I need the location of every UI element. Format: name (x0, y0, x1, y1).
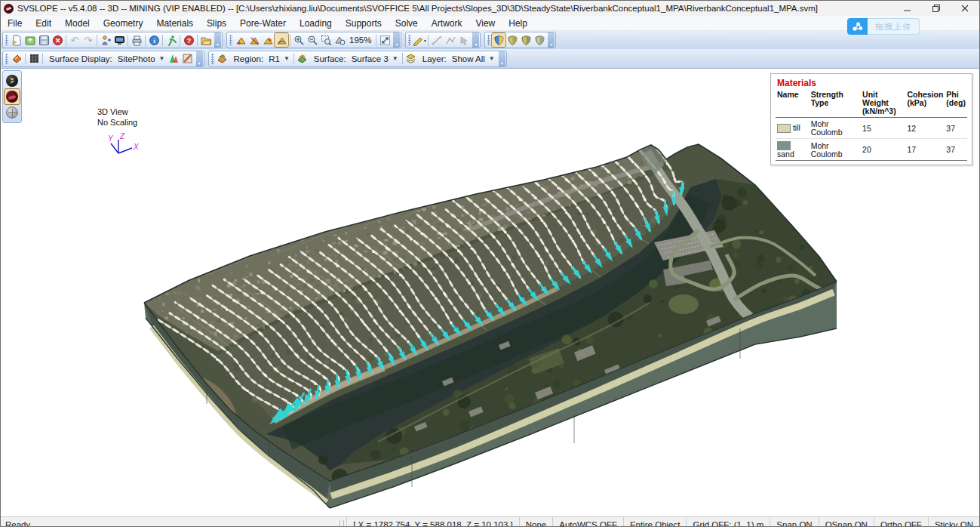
material-row-sand[interactable]: sand Mohr Coulomb 20 17 37 (776, 139, 967, 161)
netdisk-upload-overlay[interactable]: 拖拽上传 (847, 18, 920, 35)
contour-display-button[interactable] (181, 52, 195, 66)
menu-supports[interactable]: Supports (339, 16, 389, 30)
toolbar-options-button[interactable]: ▾ (499, 51, 505, 66)
surface-display-value: SitePhoto (118, 54, 155, 63)
toolbar-options-button[interactable]: ▾ (393, 32, 400, 48)
toolbar-grip[interactable] (408, 35, 411, 45)
layer-select[interactable]: Show All▼ (450, 52, 497, 66)
toolbar-grip[interactable] (229, 35, 232, 45)
toolbar-grip[interactable] (5, 35, 8, 45)
col-phi: Phi(deg) (945, 91, 967, 118)
material-fill-button[interactable] (10, 52, 23, 66)
status-coordinates: [ X = 1782.754, Y = 588.018, Z = 10.103 … (346, 517, 519, 527)
print-button[interactable] (130, 33, 143, 47)
toolbar-options-button[interactable]: ▾ (472, 32, 479, 48)
material-row-till[interactable]: till Mohr Coulomb 15 12 37 (776, 118, 967, 139)
region-label: Region: (234, 54, 264, 63)
help-button[interactable]: ? (182, 33, 195, 47)
layer-value: Show All (452, 54, 485, 63)
view-toolbar: 195% ▾ (226, 32, 401, 48)
menu-loading[interactable]: Loading (293, 16, 339, 30)
fit-view-button[interactable] (378, 33, 392, 47)
open-file-button[interactable] (23, 33, 37, 47)
undo-button[interactable]: ↶ (68, 33, 81, 47)
status-grid-toggle[interactable]: Grid OFF: (1, 1) m (686, 517, 770, 527)
menu-model[interactable]: Model (58, 16, 97, 30)
status-sticky-toggle[interactable]: Sticky ON (928, 517, 979, 527)
netdisk-logo-icon[interactable] (847, 18, 868, 35)
restore-button[interactable] (922, 1, 951, 16)
toolbar-grip[interactable] (487, 35, 490, 45)
slope-view-4-button[interactable] (275, 33, 288, 47)
rotate-tool-button[interactable] (5, 73, 20, 88)
menu-geometry[interactable]: Geometry (97, 16, 150, 30)
color-gradient-button[interactable] (167, 52, 181, 66)
layer-icon (404, 52, 418, 66)
draw-tool-button[interactable] (413, 33, 426, 47)
menu-help[interactable]: Help (502, 16, 534, 30)
surface-select[interactable]: Surface 3▼ (349, 52, 401, 66)
materials-table: Name Strength Type Unit Weight(kN/m^3) C… (776, 91, 967, 161)
drag-upload-button[interactable]: 拖拽上传 (868, 18, 920, 35)
draw-line-button[interactable] (430, 33, 444, 47)
slip-shield-2-button[interactable] (505, 33, 519, 47)
menu-edit[interactable]: Edit (29, 16, 58, 30)
zoom-level-value[interactable]: 195% (349, 35, 371, 45)
toolbar-options-button[interactable]: ▾ (196, 51, 203, 66)
surface-display-select[interactable]: SitePhoto▼ (115, 52, 167, 66)
zoom-out-button[interactable] (306, 33, 319, 47)
globe-tool-button[interactable] (5, 105, 20, 120)
menu-materials[interactable]: Materials (149, 16, 200, 30)
chevron-down-icon: ▼ (284, 55, 290, 62)
materials-panel[interactable]: Materials Name Strength Type Unit Weight… (770, 73, 972, 165)
info-button[interactable]: i (147, 33, 161, 47)
status-entire-object[interactable]: Entire Object (623, 517, 686, 527)
surface-label: Surface: (314, 54, 346, 63)
menu-view[interactable]: View (468, 16, 502, 30)
region-value: R1 (269, 54, 280, 63)
viewport[interactable]: 3D View No Scaling Z Y X Materials Name … (1, 68, 979, 516)
run-analysis-button[interactable] (164, 33, 178, 47)
select-arrow-button[interactable] (457, 33, 471, 47)
menu-solve[interactable]: Solve (389, 16, 425, 30)
toolbar-options-button[interactable]: ▾ (214, 32, 221, 48)
menu-slips[interactable]: Slips (200, 16, 233, 30)
new-file-button[interactable] (10, 33, 23, 47)
slip-shield-3-button[interactable] (519, 33, 533, 47)
save-button[interactable] (37, 33, 51, 47)
slip-shield-1-button[interactable] (492, 33, 505, 47)
mesh-display-button[interactable] (27, 52, 41, 66)
chevron-down-icon: ▼ (159, 55, 165, 62)
status-ortho-toggle[interactable]: Ortho OFF (874, 517, 928, 527)
toolbar-options-button[interactable]: ▾ (548, 32, 555, 48)
redo-button[interactable]: ↷ (81, 33, 95, 47)
zoom-in-button[interactable] (292, 33, 306, 47)
close-file-button[interactable] (51, 33, 64, 47)
slope-view-3-button[interactable] (261, 33, 275, 47)
screen-capture-button[interactable] (112, 33, 126, 47)
reports-folder-button[interactable] (199, 33, 213, 47)
menu-bar: File Edit Model Geometry Materials Slips… (1, 16, 979, 31)
toolbar-grip[interactable] (211, 54, 214, 64)
zoom-extents-button[interactable] (333, 33, 346, 47)
slope-view-2-button[interactable] (247, 33, 261, 47)
file-toolbar: ↶ ↷ i ? ▾ (2, 32, 223, 48)
region-select[interactable]: R1▼ (266, 52, 292, 66)
menu-file[interactable]: File (1, 16, 29, 30)
status-osnap-toggle[interactable]: OSnap ON (819, 517, 874, 527)
acquire-button[interactable] (99, 33, 112, 47)
close-button[interactable] (951, 1, 979, 16)
menu-artwork[interactable]: Artwork (425, 16, 469, 30)
toolbar-grip[interactable] (5, 54, 8, 64)
status-snap-toggle[interactable]: Snap ON (770, 517, 818, 527)
status-mode[interactable]: None (519, 517, 553, 527)
zoom-window-button[interactable] (319, 33, 333, 47)
slope-view-1-button[interactable] (234, 33, 247, 47)
svslope-tool-button[interactable] (5, 89, 20, 104)
minimize-button[interactable] (893, 1, 922, 16)
menu-pore-water[interactable]: Pore-Water (233, 16, 293, 30)
draw-polyline-button[interactable] (444, 33, 457, 47)
axis-x-label: X (133, 143, 139, 151)
slip-shield-4-button[interactable] (533, 33, 546, 47)
status-autowcs-toggle[interactable]: AutoWCS OFF (552, 517, 623, 527)
